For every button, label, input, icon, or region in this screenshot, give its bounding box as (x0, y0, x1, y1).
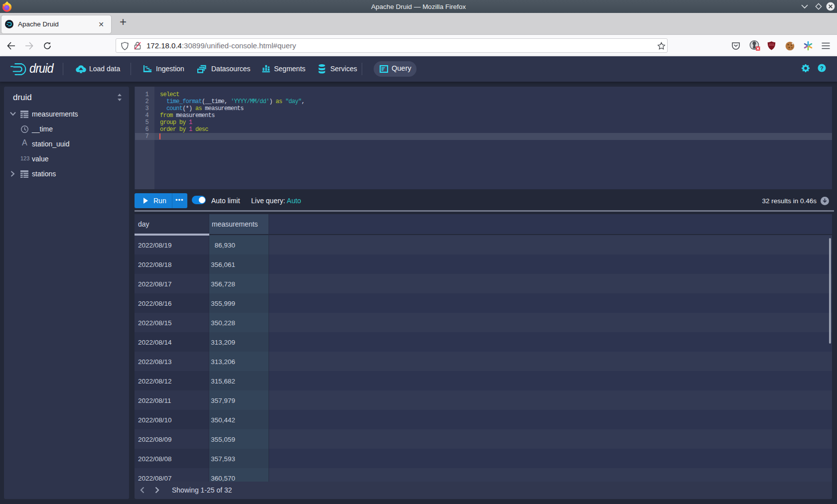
svg-text:?: ? (820, 65, 824, 71)
